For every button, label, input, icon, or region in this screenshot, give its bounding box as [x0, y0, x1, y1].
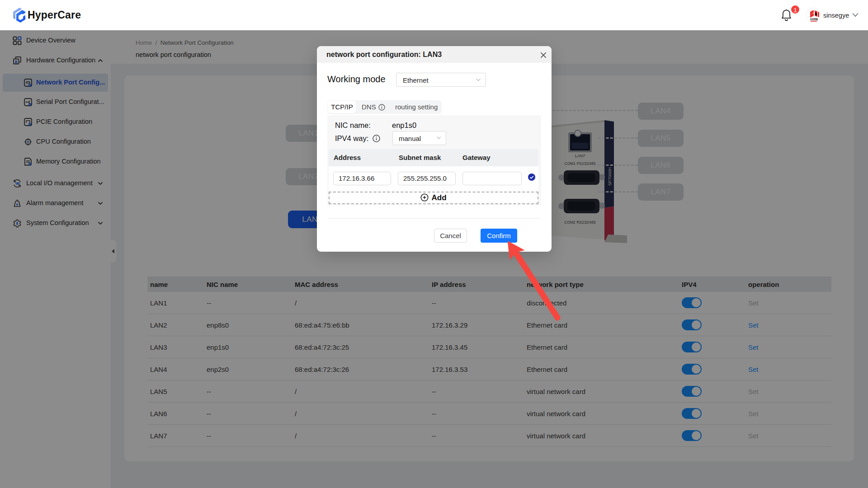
svg-text:SINSEGYE: SINSEGYE	[809, 18, 819, 20]
